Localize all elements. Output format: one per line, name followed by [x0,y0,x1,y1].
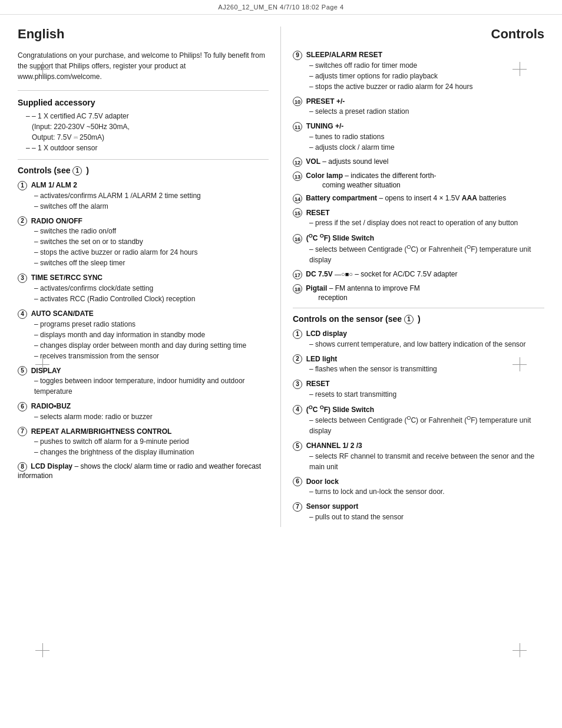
control-name-11: TUNING +/- [306,122,344,130]
sensor-num-6: 6 [293,477,302,486]
sensor-name-2: LED light [306,355,338,363]
supplied-items: – 1 X certified AC 7.5V adapter (Input: … [18,111,269,153]
control-item-18: 18 Pigtail – FM antenna to improve FM re… [293,284,544,302]
control-num-10: 10 [293,97,302,106]
control-desc-7: pushes to switch off alarm for a 9-minut… [18,436,269,457]
sensor-num-2: 2 [293,354,302,364]
control-name-8: LCD Display [31,462,72,470]
control-item-15: 15 RESET press if the set / display does… [293,208,544,229]
control-desc-5: toggles between indoor temperature, indo… [18,375,269,397]
control-item-14: 14 Battery compartment – opens to insert… [293,194,544,203]
control-name-1: ALM 1/ ALM 2 [31,181,77,189]
sensor-desc-1: shows current temperature, and low batte… [293,339,544,350]
control-item-5: 5 DISPLAY toggles between indoor tempera… [18,366,269,397]
control-num-7: 7 [18,427,27,436]
divider-2 [18,159,269,160]
control-num-15: 15 [293,208,302,218]
sensor-control-6: 6 Door lock turns to lock and un-lock th… [293,477,544,498]
divider-sensor [293,308,544,308]
control-num-1: 1 [18,181,27,190]
controls-list-left: 1 ALM 1/ ALM 2 activates/confirms ALARM … [18,180,269,480]
control-name-2: RADIO ON/OFF [31,217,82,225]
control-desc-9: switches off radio for timer mode adjust… [293,60,544,92]
right-title: Controls [293,27,544,42]
sensor-name-7: Sensor support [306,502,359,510]
control-num-6: 6 [18,402,27,411]
sensor-num-1: 1 [293,330,302,339]
control-desc-2: switches the radio on/off switches the s… [18,226,269,268]
control-name-13: Color lamp [306,172,343,180]
control-desc-3: activates/confirms clock/date setting ac… [18,283,269,304]
control-num-17: 17 [293,270,302,279]
control-item-4: 4 AUTO SCAN/DATE programs preset radio s… [18,309,269,361]
sensor-controls-list: 1 LCD display shows current temperature,… [293,329,544,522]
controls-ref-circle: 1 [72,166,82,176]
crosshair-bottom-right [513,643,527,657]
crosshair-mid-left [35,357,49,371]
control-item-6: 6 RADIO•BUZ selects alarm mode: radio or… [18,401,269,422]
control-num-9: 9 [293,51,302,60]
control-desc-15: press if the set / display does not reac… [293,218,544,228]
control-name-3: TIME SET/RCC SYNC [31,274,103,282]
sensor-control-2: 2 LED light flashes when the sensor is t… [293,354,544,375]
sensor-desc-4: selects between Centigrade (OC) or Fahre… [293,414,544,436]
control-item-17: 17 DC 7.5V —○■○ – socket for AC/DC 7.5V … [293,270,544,279]
control-item-3: 3 TIME SET/RCC SYNC activates/confirms c… [18,273,269,304]
sensor-num-5: 5 [293,442,302,451]
controls-list-right: 9 SLEEP/ALARM RESET switches off radio f… [293,50,544,302]
sensor-control-7: 7 Sensor support pulls out to stand the … [293,502,544,522]
crosshair-top-left [35,62,49,76]
control-num-16: 16 [293,234,302,243]
sensor-control-1: 1 LCD display shows current temperature,… [293,329,544,350]
page: AJ260_12_UM_EN 4/7/10 18:02 Page 4 Engli… [0,0,562,728]
control-name-17: DC 7.5V [306,270,332,278]
control-name-16: (OC OF) Slide Switch [306,234,374,242]
sensor-control-4: 4 (OC OF) Slide Switch selects between C… [293,404,544,437]
control-num-18: 18 [293,284,302,294]
control-item-11: 11 TUNING +/- tunes to radio stations ad… [293,121,544,153]
control-item-9: 9 SLEEP/ALARM RESET switches off radio f… [293,50,544,92]
control-desc-1: activates/confirms ALARM 1 /ALARM 2 time… [18,190,269,212]
sensor-desc-2: flashes when the sensor is transmitting [293,364,544,374]
supplied-heading: Supplied accessory [18,98,269,107]
control-item-16: 16 (OC OF) Slide Switch selects between … [293,233,544,265]
control-desc-4: programs preset radio stations displays … [18,319,269,361]
sensor-name-5: CHANNEL 1/ 2 /3 [306,442,362,450]
control-name-7: REPEAT ALARM/BRIGHTNESS CONTROL [31,427,172,436]
sensor-desc-5: selects RF channel to transmit and recei… [293,451,544,472]
sensor-desc-6: turns to lock and un-lock the sensor doo… [293,486,544,497]
sensor-name-6: Door lock [306,477,339,486]
sensor-name-4: (OC OF) Slide Switch [306,406,374,414]
control-name-6: RADIO•BUZ [31,402,71,410]
control-name-4: AUTO SCAN/DATE [31,309,94,318]
control-num-3: 3 [18,274,27,283]
right-column: Controls 9 SLEEP/ALARM RESET switches of… [281,27,544,527]
sensor-ref-circle: 1 [404,315,414,324]
control-desc-16: selects between Centigrade (OC) or Fahre… [293,243,544,265]
sensor-num-3: 3 [293,380,302,389]
control-item-13: 13 Color lamp – indicates the different … [293,172,544,189]
control-name-18: Pigtail [306,284,327,292]
top-bar-text: AJ260_12_UM_EN 4/7/10 18:02 Page 4 [218,4,343,11]
top-bar: AJ260_12_UM_EN 4/7/10 18:02 Page 4 [0,0,562,15]
supplied-item-2: – 1 X outdoor sensor [26,143,269,153]
control-num-4: 4 [18,309,27,319]
control-desc-10: selects a preset radion station [293,106,544,117]
control-name-9: SLEEP/ALARM RESET [306,51,382,59]
supplied-item-1: – 1 X certified AC 7.5V adapter (Input: … [26,111,269,143]
control-num-14: 14 [293,194,302,203]
crosshair-bottom-left [35,643,49,657]
sensor-controls-heading: Controls on the sensor (see 1 ) [293,314,544,324]
sensor-desc-3: resets to start transmitting [293,389,544,400]
control-desc-6: selects alarm mode: radio or buzzer [18,411,269,422]
control-name-15: RESET [306,209,330,217]
control-item-12: 12 VOL – adjusts sound level [293,157,544,167]
sensor-num-4: 4 [293,405,302,414]
control-name-12: VOL [306,157,320,166]
control-name-10: PRESET +/- [306,97,345,106]
crosshair-mid-right [513,357,527,371]
control-num-2: 2 [18,216,27,226]
crosshair-top-right [513,62,527,76]
control-item-7: 7 REPEAT ALARM/BRIGHTNESS CONTROL pushes… [18,427,269,458]
controls-heading: Controls (see 1 ) [18,166,269,176]
